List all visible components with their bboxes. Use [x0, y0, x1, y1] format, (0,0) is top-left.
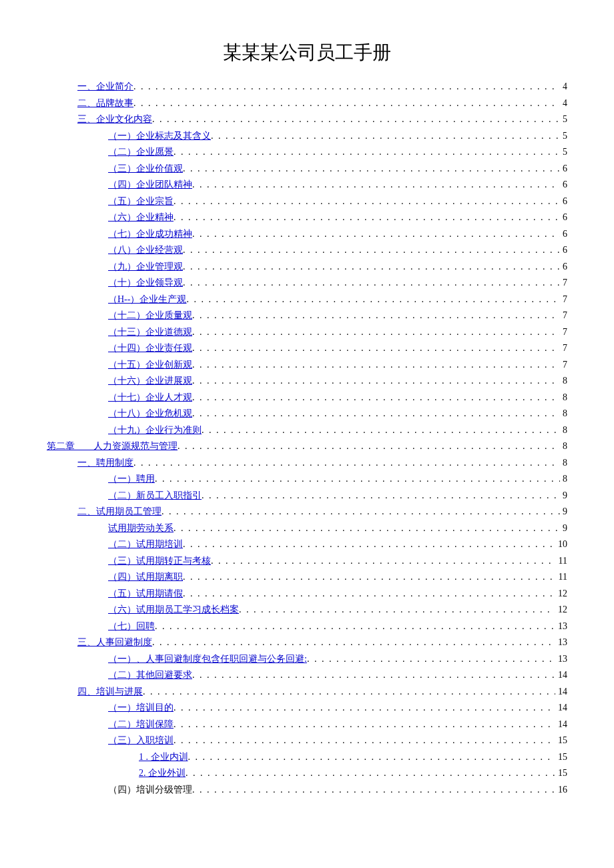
toc-page-number: 13: [555, 651, 567, 668]
toc-leader: [192, 667, 555, 684]
toc-leader: [152, 111, 560, 128]
toc-leader: [192, 390, 560, 406]
toc-row: （十八）企业危机观8: [47, 406, 567, 422]
toc-entry-label[interactable]: （三）试用期转正与考核: [108, 553, 211, 570]
toc-page-number: 13: [555, 634, 567, 651]
toc-leader: [192, 324, 560, 341]
toc-row: （七）回聘13: [47, 618, 567, 635]
toc-leader: [152, 634, 555, 651]
toc-entry-label[interactable]: （一）企业标志及其含义: [108, 128, 211, 145]
toc-row: （二）试用期培训10: [47, 536, 567, 553]
toc-entry-label[interactable]: （十九）企业行为准则: [108, 422, 202, 439]
toc-entry-label[interactable]: 一、聘用制度: [77, 455, 133, 472]
toc-entry-label[interactable]: （十四）企业责任观: [108, 340, 192, 357]
toc-entry-label[interactable]: （十二）企业质量观: [108, 308, 192, 324]
toc-row: （二）培训保障14: [47, 717, 567, 733]
toc-entry-label[interactable]: 二、品牌故事: [77, 95, 133, 112]
toc-leader: [174, 717, 555, 733]
toc-entry-label[interactable]: （七）企业成功精神: [108, 226, 192, 243]
toc-entry-label[interactable]: （十七）企业人才观: [108, 390, 192, 406]
toc-row: （五）试用期请假12: [47, 586, 567, 602]
toc-leader: [239, 602, 555, 618]
toc-leader: [174, 209, 560, 226]
toc-row: （一）培训目的14: [47, 700, 567, 717]
toc-page-number: 6: [560, 193, 567, 210]
toc-entry-label[interactable]: （十五）企业创新观: [108, 357, 192, 374]
toc-row: （三）试用期转正与考核11: [47, 553, 567, 570]
toc-entry-label[interactable]: （七）回聘: [108, 618, 155, 635]
toc-row: （二）其他回避要求14: [47, 667, 567, 684]
toc-entry-label[interactable]: 一、企业简介: [77, 79, 133, 95]
toc-entry-label[interactable]: （十六）企业进展观: [108, 373, 192, 390]
toc-leader: [174, 193, 560, 210]
toc-leader: [211, 128, 560, 145]
toc-entry-label[interactable]: （五）企业宗旨: [108, 193, 174, 210]
toc-leader: [183, 275, 560, 292]
toc-entry-label[interactable]: （二）新员工入职指引: [108, 488, 202, 504]
toc-entry-label[interactable]: （二）其他回避要求: [108, 667, 192, 684]
toc-entry-label[interactable]: （十八）企业危机观: [108, 406, 192, 422]
toc-page-number: 16: [555, 782, 567, 799]
toc-entry-label[interactable]: （四）试用期离职: [108, 569, 183, 586]
toc-leader: [186, 765, 555, 782]
toc-row: （五）企业宗旨6: [47, 193, 567, 210]
toc-entry-label[interactable]: （九）企业管理观: [108, 259, 183, 276]
toc-leader: [178, 438, 560, 455]
toc-page-number: 5: [560, 144, 567, 161]
toc-row: （十五）企业创新观7: [47, 357, 567, 374]
toc-page-number: 6: [560, 209, 567, 226]
toc-entry-label[interactable]: （一）、人事回避制度包含任职回避与公务回避:: [108, 651, 307, 668]
toc-entry-label[interactable]: 三、人事回避制度: [77, 634, 152, 651]
toc-leader: [192, 406, 560, 422]
toc-leader: [133, 79, 560, 95]
toc-entry-label[interactable]: （五）试用期请假: [108, 586, 183, 602]
toc-page-number: 8: [560, 390, 567, 406]
toc-entry-label[interactable]: （三）入职培训: [108, 733, 174, 749]
toc-leader: [307, 651, 555, 668]
toc-page-number: 12: [555, 586, 567, 602]
toc-page-number: 12: [555, 602, 567, 618]
toc-page-number: 8: [560, 373, 567, 390]
toc-page-number: 6: [560, 259, 567, 276]
toc-page-number: 7: [560, 292, 567, 308]
toc-leader: [192, 308, 560, 324]
toc-entry-label[interactable]: （十）企业领导观: [108, 275, 183, 292]
toc-entry-label[interactable]: 1 . 企业内训: [139, 749, 188, 766]
toc-row: （六）企业精神6: [47, 209, 567, 226]
toc-row: （一）企业标志及其含义5: [47, 128, 567, 145]
toc-entry-label[interactable]: 四、培训与进展: [77, 684, 143, 701]
toc-entry-label[interactable]: 试用期劳动关系: [108, 520, 174, 537]
toc-entry-label[interactable]: 2. 企业外训: [139, 765, 186, 782]
toc-row: （十七）企业人才观8: [47, 390, 567, 406]
toc-leader: [155, 618, 555, 635]
toc-entry-label[interactable]: （三）企业价值观: [108, 161, 183, 177]
toc-row: （十九）企业行为准则8: [47, 422, 567, 439]
toc-entry-label[interactable]: （六）试用期员工学习成长档案: [108, 602, 239, 618]
toc-entry-label[interactable]: （六）企业精神: [108, 209, 174, 226]
toc-entry-label[interactable]: （H--）企业生产观: [108, 292, 186, 308]
toc-leader: [183, 242, 560, 259]
toc-entry-label[interactable]: （一）培训目的: [108, 700, 174, 717]
toc-page-number: 6: [560, 161, 567, 177]
toc-entry-label[interactable]: （二）企业愿景: [108, 144, 174, 161]
toc-entry-label[interactable]: （二）培训保障: [108, 717, 174, 733]
toc-entry-label[interactable]: 二、试用期员工管理: [77, 504, 162, 520]
toc-entry-label[interactable]: 第二章 人力资源规范与管理: [47, 438, 178, 455]
toc-leader: [183, 259, 560, 276]
toc-entry-label[interactable]: （十三）企业道德观: [108, 324, 192, 341]
toc-entry-label[interactable]: 三、企业文化内容: [77, 111, 152, 128]
toc-entry-label[interactable]: （一）聘用: [108, 471, 155, 488]
toc-page-number: 7: [560, 324, 567, 341]
toc-leader: [192, 373, 560, 390]
toc-entry-label[interactable]: （八）企业经营观: [108, 242, 183, 259]
toc-page-number: 13: [555, 618, 567, 635]
toc-page-number: 8: [560, 455, 567, 472]
toc-row: 第二章 人力资源规范与管理8: [47, 438, 567, 455]
toc-leader: [162, 504, 560, 520]
toc-row: 2. 企业外训15: [47, 765, 567, 782]
toc-entry-label[interactable]: （二）试用期培训: [108, 536, 183, 553]
toc-page-number: 4: [560, 79, 567, 95]
toc-page-number: 6: [560, 242, 567, 259]
toc-row: （一）、人事回避制度包含任职回避与公务回避:13: [47, 651, 567, 668]
toc-entry-label[interactable]: （四）企业团队精神: [108, 177, 192, 193]
